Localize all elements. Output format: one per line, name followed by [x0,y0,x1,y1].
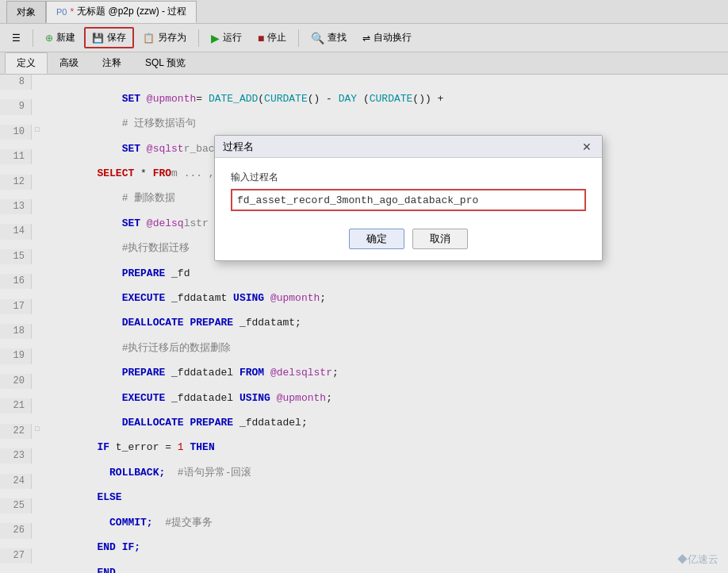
dialog-title: 过程名 [223,140,254,154]
confirm-button[interactable]: 确定 [349,229,404,249]
dialog-title-bar: 过程名 ✕ [215,136,602,158]
dialog-close-button[interactable]: ✕ [580,140,594,154]
dialog-box: 过程名 ✕ 输入过程名 确定 取消 [214,135,603,261]
dialog-overlay: 过程名 ✕ 输入过程名 确定 取消 [0,0,728,573]
dialog-label: 输入过程名 [231,171,586,184]
dialog-body: 输入过程名 [215,158,602,222]
dialog-footer: 确定 取消 [215,222,602,260]
cancel-button[interactable]: 取消 [412,229,468,249]
procedure-name-input[interactable] [231,189,586,211]
